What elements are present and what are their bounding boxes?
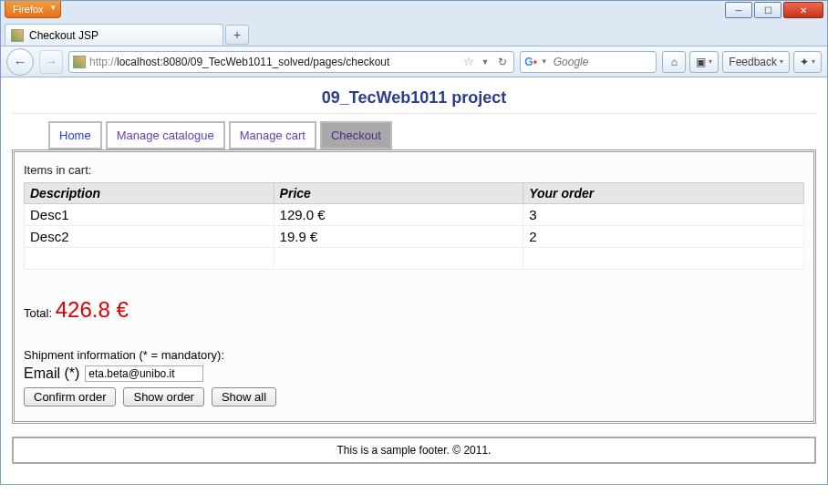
browser-window: Firefox ─ ☐ ✕ Checkout JSP + ← → http://… — [0, 0, 828, 485]
nav-tabs: Home Manage catalogue Manage cart Checko… — [48, 121, 816, 149]
browser-tab[interactable]: Checkout JSP — [5, 24, 223, 46]
table-row-empty — [25, 248, 804, 270]
items-label: Items in cart: — [24, 163, 804, 177]
checkout-panel: Items in cart: Description Price Your or… — [12, 149, 816, 424]
search-dropdown-icon[interactable]: ▼ — [541, 57, 548, 66]
url-favicon-icon — [73, 56, 86, 68]
confirm-order-button[interactable]: Confirm order — [24, 387, 116, 406]
nav-catalogue[interactable]: Manage catalogue — [106, 121, 225, 149]
titlebar: Firefox ─ ☐ ✕ — [1, 1, 827, 21]
favicon-icon — [11, 29, 24, 42]
minimize-button[interactable]: ─ — [725, 2, 752, 18]
nav-cart[interactable]: Manage cart — [229, 121, 316, 149]
col-description: Description — [25, 183, 274, 204]
total-label: Total: — [24, 306, 56, 320]
cell-qty: 2 — [523, 226, 804, 248]
reload-button[interactable]: ↻ — [495, 56, 510, 68]
nav-home[interactable]: Home — [48, 121, 102, 149]
nav-checkout[interactable]: Checkout — [320, 121, 392, 149]
show-order-button[interactable]: Show order — [123, 387, 203, 406]
email-field[interactable] — [85, 365, 203, 382]
col-order: Your order — [523, 183, 804, 204]
home-button[interactable]: ⌂ — [662, 51, 686, 73]
tabstrip: Checkout JSP + — [1, 21, 827, 46]
total-line: Total: 426.8 € — [24, 297, 804, 323]
shipment-label: Shipment information (* = mandatory): — [24, 348, 804, 362]
cell-qty: 3 — [523, 204, 804, 226]
google-logo-icon: G• — [524, 56, 537, 68]
forward-button[interactable]: → — [39, 50, 63, 74]
tab-title: Checkout JSP — [29, 29, 98, 42]
project-title: 09_TecWeb1011 project — [12, 81, 816, 111]
cell-desc: Desc2 — [25, 226, 274, 248]
navbar: ← → http://localhost:8080/09_TecWeb1011_… — [1, 46, 827, 77]
new-tab-button[interactable]: + — [225, 25, 249, 45]
email-label: Email (*) — [24, 365, 79, 382]
search-box[interactable]: G• ▼ — [520, 51, 657, 73]
firefox-menu-button[interactable]: Firefox — [5, 1, 61, 18]
close-button[interactable]: ✕ — [783, 2, 823, 18]
extension-button[interactable]: ✦▾ — [793, 51, 822, 73]
url-dropdown-icon[interactable]: ▼ — [478, 57, 492, 67]
url-bar[interactable]: http://localhost:8080/09_TecWeb1011_solv… — [68, 51, 514, 73]
bookmarks-button[interactable]: ▣▾ — [689, 51, 719, 73]
total-value: 426.8 € — [56, 297, 129, 322]
url-text: http://localhost:8080/09_TecWeb1011_solv… — [89, 56, 460, 68]
cell-desc: Desc1 — [25, 204, 274, 226]
table-row: Desc2 19.9 € 2 — [25, 226, 804, 248]
back-button[interactable]: ← — [6, 48, 34, 76]
cell-price: 129.0 € — [274, 204, 523, 226]
page-content: 09_TecWeb1011 project Home Manage catalo… — [1, 77, 827, 484]
footer: This is a sample footer. © 2011. — [12, 437, 816, 464]
cell-price: 19.9 € — [274, 226, 523, 248]
col-price: Price — [274, 183, 523, 204]
table-row: Desc1 129.0 € 3 — [25, 204, 804, 226]
maximize-button[interactable]: ☐ — [754, 2, 781, 18]
feedback-button[interactable]: Feedback▾ — [722, 51, 790, 73]
items-table: Description Price Your order Desc1 129.0… — [24, 182, 804, 270]
bookmark-star-icon[interactable]: ☆ — [463, 55, 474, 68]
show-all-button[interactable]: Show all — [212, 387, 276, 406]
